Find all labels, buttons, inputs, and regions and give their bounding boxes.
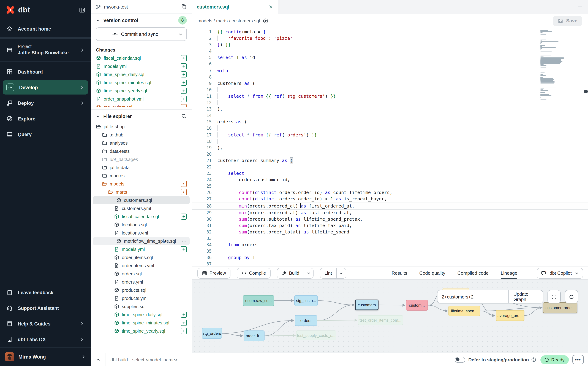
sidebar-item-project[interactable]: ProjectJaffle Shop Snowflake [0,38,91,62]
tab-code-quality[interactable]: Code quality [419,267,446,279]
code-line-15[interactable]: 15orders as ( [192,119,588,125]
change-order-snapshot-yml[interactable]: order_snapshot.yml [91,95,192,103]
tree-item-locations-yml[interactable]: locations.yml [91,229,192,237]
fullscreen-button[interactable] [548,290,561,304]
tree-item-models[interactable]: models [91,180,192,188]
tree-item-metricflow-time-spine-sql[interactable]: metricflow_time_spine.sql [93,237,190,245]
tree-item-customers-sql[interactable]: customers.sql [93,196,190,204]
stage-file-button[interactable] [181,55,187,61]
commit-and-sync-button[interactable]: Commit and sync [96,27,187,41]
tree-item-macros[interactable]: macros [91,172,192,180]
save-button[interactable]: Save [553,16,582,26]
lineage-node-avg_order[interactable]: average_ord... [496,310,524,321]
tab-lineage[interactable]: Lineage [501,267,517,279]
code-line-23[interactable]: 23 select [192,170,588,177]
code-line-2[interactable]: 2 'favorite_food': 'pizza' [192,35,588,42]
dbt-command-input[interactable] [105,357,455,362]
code-line-11[interactable]: 11 select * from {{ ref('stg_customers')… [192,93,588,99]
tree-item--github[interactable]: .github [91,131,192,139]
code-line-32[interactable]: 32 sum(orders.order_total) as lifetime_s… [192,229,588,235]
commit-dropdown-button[interactable] [174,28,186,40]
refresh-icon[interactable] [565,290,578,304]
breadcrumb[interactable]: models / marts / customers.sql [197,18,260,23]
version-control-header[interactable]: Version control 8 [91,14,192,27]
tree-item-marts[interactable]: marts [91,188,192,196]
change-fiscal-calendar-sql[interactable]: fiscal_calendar.sql [91,54,192,62]
close-icon[interactable] [268,5,273,9]
code-line-28[interactable]: 28 min(orders.ordered_at) as first_order… [192,202,588,209]
compile-button[interactable]: Compile [237,268,271,278]
stage-file-button[interactable] [181,320,187,326]
code-line-20[interactable]: 20 [192,151,588,157]
stage-file-button[interactable] [181,246,187,252]
tree-item-models-yml[interactable]: models.yml [91,245,192,253]
tree-item-products-yml[interactable]: products.yml [91,294,192,302]
code-line-19[interactable]: 19), [192,145,588,151]
code-line-34[interactable]: 34 from orders [192,242,588,248]
search-icon[interactable] [181,113,187,119]
tree-item-jaffle-data[interactable]: jaffle-data [91,163,192,172]
tree-item-orders-yml[interactable]: orders.yml [91,278,192,286]
lineage-node-customers[interactable]: customers [355,299,379,310]
code-line-37[interactable]: 37 [192,261,588,267]
code-line-3[interactable]: 3}) }} [192,42,588,48]
change-time-spine-yearly-sql[interactable]: time_spine_yearly.sql [91,87,192,95]
stage-file-button[interactable] [181,96,187,102]
sidebar-item-dbt-labs-dx[interactable]: dbt Labs DX [0,332,91,347]
more-options-button[interactable]: ••• [572,355,584,364]
stage-file-button[interactable] [181,328,187,334]
stage-file-button[interactable] [181,80,187,86]
tab-compiled-code[interactable]: Compiled code [457,267,489,279]
sidebar-item-account-home[interactable]: Account home [0,20,91,38]
tree-item-analyses[interactable]: analyses [91,139,192,147]
stage-file-button[interactable] [181,63,187,69]
lineage-node-stg_customers[interactable]: stg_custo... [294,295,318,306]
lint-dropdown-button[interactable] [336,268,346,278]
tree-item-time-spine-daily-sql[interactable]: time_spine_daily.sql [91,311,192,319]
code-line-8[interactable]: 8 [192,74,588,80]
code-line-14[interactable]: 14 [192,112,588,119]
sidebar-item-query[interactable]: Query [0,127,91,142]
lineage-search-input[interactable] [438,290,508,303]
stage-file-button[interactable] [181,214,187,220]
stage-file-button[interactable] [181,71,187,77]
code-line-26[interactable]: 26 count(distinct orders.order_id) as co… [192,190,588,196]
lineage-node-cust_orders[interactable]: customer_orde... [543,302,577,313]
help-circle-icon[interactable] [531,357,536,362]
code-line-9[interactable]: 9customers as ( [192,80,588,87]
lineage-node-ecom[interactable]: ecom.raw_cu... [243,295,274,306]
lineage-node-customers_sl[interactable]: custom... [406,300,428,311]
code-line-12[interactable]: 12 [192,99,588,106]
lineage-node-test_supply[interactable]: test_supply_costs_s... [296,330,336,340]
code-line-17[interactable]: 17 select * from {{ ref('orders') }} [192,132,588,138]
defer-toggle[interactable] [455,357,465,363]
tab-results[interactable]: Results [392,267,407,279]
preview-button[interactable]: Preview [197,268,231,278]
lint-button[interactable]: Lint [320,268,346,278]
code-line-7[interactable]: 7with [192,67,588,74]
collapse-sidebar-icon[interactable] [79,7,85,13]
tree-item-jaffle-shop[interactable]: jaffle-shop [91,122,192,131]
status-badge[interactable]: Ready [541,355,569,364]
code-line-1[interactable]: 1{{ config(meta = { [192,29,588,35]
sidebar-item-leave-feedback[interactable]: Leave feedback [0,285,91,300]
build-button[interactable]: Build [277,268,313,278]
lineage-panel[interactable]: ecom.raw_cu...stg_custo...customerscusto… [192,280,588,353]
tree-item-dbt-packages[interactable]: dbt_packages [91,155,192,163]
code-line-21[interactable]: 21customer_orders_summary as ( [192,157,588,164]
lineage-node-lifetime[interactable]: lifetime_spen... [448,305,480,316]
sidebar-item-explore[interactable]: Explore [0,111,91,127]
lineage-node-orders[interactable]: orders [295,315,317,326]
code-line-35[interactable]: 35 [192,248,588,254]
code-line-4[interactable]: 4 [192,48,588,54]
branch-name[interactable]: mwong-test [104,4,128,9]
change-models-yml[interactable]: models.yml [91,62,192,70]
code-line-25[interactable]: 25 [192,183,588,190]
file-explorer-header[interactable]: File explorer [91,110,192,122]
expand-panel-button[interactable] [91,353,105,366]
tree-item-products-sql[interactable]: products.sql [91,286,192,294]
tree-item-fiscal-calendar-sql[interactable]: fiscal_calendar.sql [91,213,192,221]
file-menu-icon[interactable] [181,238,187,244]
change-time-spine-daily-sql[interactable]: time_spine_daily.sql [91,70,192,78]
code-line-10[interactable]: 10 [192,87,588,93]
